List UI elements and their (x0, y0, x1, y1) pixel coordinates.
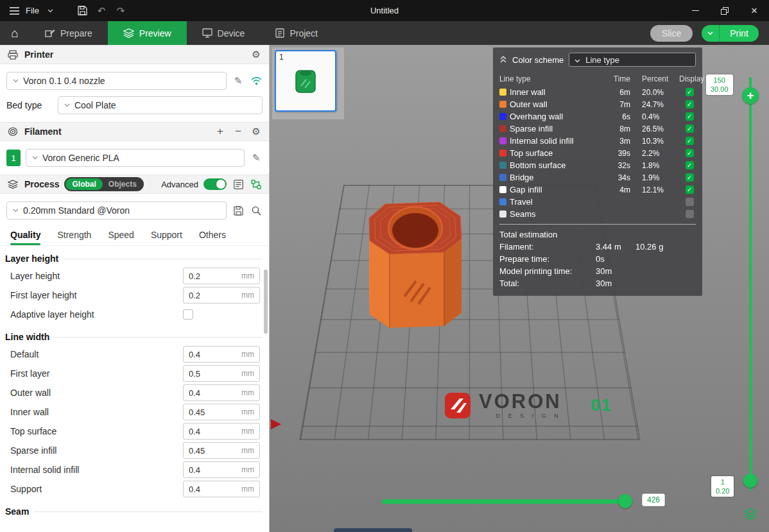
layer-slider-top-handle[interactable]: + (742, 87, 759, 104)
layer-slider-bottom-handle[interactable] (743, 474, 757, 488)
search-icon[interactable] (250, 204, 263, 217)
sidebar-scrollbar[interactable] (264, 270, 268, 334)
display-checkbox[interactable] (686, 185, 694, 194)
home-button[interactable]: ⌂ (0, 21, 30, 45)
sliced-model[interactable] (366, 199, 466, 332)
line-width-support-input[interactable] (184, 485, 241, 494)
file-menu[interactable]: File (26, 6, 39, 15)
save-preset-icon[interactable] (232, 204, 245, 217)
chevron-down-icon (575, 55, 580, 65)
printer-select-value: Voron 0.1 0.4 nozzle (23, 76, 105, 86)
display-checkbox[interactable] (686, 100, 694, 108)
restore-button[interactable] (710, 0, 739, 21)
minimize-button[interactable] (680, 0, 710, 21)
wifi-icon[interactable] (250, 74, 263, 87)
display-checkbox[interactable] (686, 149, 694, 157)
layer-slider-top-value: 150 30.00 (706, 74, 733, 95)
print-button[interactable]: Print (720, 25, 759, 42)
slice-button[interactable]: Slice (650, 25, 693, 42)
tab-preview[interactable]: Preview (108, 21, 187, 45)
layers-view-icon[interactable] (742, 506, 759, 522)
line-width-default-input[interactable] (184, 350, 241, 359)
filament-select[interactable]: Voron Generic PLA (26, 149, 245, 167)
close-button[interactable]: × (739, 0, 769, 21)
process-preset-select[interactable]: 0.20mm Standard @Voron (6, 202, 227, 219)
layer-slider-track[interactable] (749, 77, 752, 491)
display-checkbox[interactable] (686, 210, 694, 218)
printer-settings-gear-icon[interactable]: ⚙ (250, 48, 263, 61)
param-label: Sparse infill (10, 445, 183, 456)
line-width-internal-solid-infill-input[interactable] (184, 465, 241, 475)
parameter-list-icon[interactable] (232, 178, 245, 191)
preview-3d-viewport[interactable]: VORON D E S I G N 01 1 (270, 45, 769, 532)
process-section-header: Process Global Objects Advanced (0, 175, 269, 194)
edit-printer-icon[interactable]: ✎ (232, 74, 245, 87)
color-scheme-value: Line type (585, 55, 619, 65)
param-row: Sparse infill mm (0, 441, 269, 460)
param-label: First layer height (10, 290, 183, 300)
tab-quality[interactable]: Quality (10, 230, 40, 245)
chevron-down-icon[interactable] (44, 4, 57, 17)
unit-label: mm (241, 388, 259, 397)
total-estimation-section: Total estimation Filament: 3.44 m 10.26 … (499, 224, 696, 289)
move-slider-handle[interactable] (618, 494, 632, 508)
plate-thumbnail[interactable]: 1 (275, 50, 336, 112)
printer-select[interactable]: Voron 0.1 0.4 nozzle (6, 72, 227, 90)
add-filament-button[interactable]: + (214, 125, 227, 138)
param-row: Default mm (0, 345, 269, 364)
scope-objects[interactable]: Objects (103, 180, 143, 189)
display-checkbox[interactable] (686, 88, 694, 96)
total-estimation-title: Total estimation (499, 228, 696, 241)
color-scheme-select[interactable]: Line type (569, 53, 696, 67)
first-layer-height-input[interactable] (184, 291, 241, 300)
printer-section-title: Printer (24, 49, 53, 60)
tab-prepare[interactable]: Prepare (30, 21, 108, 45)
move-slider-value: 426 (642, 493, 665, 506)
remove-filament-button[interactable]: − (232, 125, 245, 138)
advanced-toggle[interactable] (203, 178, 227, 190)
tab-speed[interactable]: Speed (108, 230, 134, 245)
layer-height-input[interactable] (184, 271, 241, 281)
legend-row: Overhang wall 6s 0.4% (499, 110, 696, 123)
tab-device[interactable]: Device (187, 21, 261, 45)
display-checkbox[interactable] (686, 198, 694, 206)
tab-others[interactable]: Others (199, 230, 226, 245)
tab-preview-label: Preview (139, 28, 171, 39)
line-width-inner-wall-input[interactable] (184, 408, 241, 417)
param-label: Inner wall (10, 407, 183, 417)
param-row: Outer wall mm (0, 383, 269, 402)
line-width-outer-wall-input[interactable] (184, 388, 241, 398)
display-checkbox[interactable] (686, 124, 694, 133)
collapse-panel-icon[interactable] (499, 55, 507, 65)
tab-project[interactable]: Project (260, 21, 333, 45)
save-icon[interactable] (76, 4, 89, 17)
unit-label: mm (241, 446, 259, 455)
bed-type-label: Bed type (6, 100, 53, 110)
display-checkbox[interactable] (686, 112, 694, 121)
line-width-first-layer-input[interactable] (184, 369, 241, 379)
scope-global[interactable]: Global (65, 178, 102, 190)
compare-presets-icon[interactable] (250, 178, 263, 191)
filament-slot-badge[interactable]: 1 (6, 150, 21, 166)
filament-settings-gear-icon[interactable]: ⚙ (250, 125, 263, 138)
print-dropdown-chevron-icon[interactable] (702, 25, 720, 42)
display-checkbox[interactable] (686, 173, 694, 182)
line-width-sparse-infill-input[interactable] (184, 446, 241, 456)
move-slider-track[interactable] (382, 499, 632, 504)
collapsed-bottom-bar[interactable] (334, 528, 412, 532)
bed-type-select[interactable]: Cool Plate (58, 96, 263, 114)
hamburger-menu-icon[interactable] (8, 4, 21, 17)
tab-support[interactable]: Support (151, 230, 182, 245)
unit-label: mm (241, 369, 259, 378)
display-checkbox[interactable] (686, 137, 694, 145)
edit-filament-icon[interactable]: ✎ (250, 151, 263, 164)
settings-sidebar: Printer ⚙ Voron 0.1 0.4 nozzle ✎ Bed typ (0, 45, 270, 532)
adaptive-layer-height-checkbox[interactable] (183, 309, 193, 320)
line-width-top-surface-input[interactable] (184, 427, 241, 436)
undo-icon[interactable]: ↶ (94, 5, 108, 17)
color-swatch (499, 113, 506, 120)
display-checkbox[interactable] (686, 161, 694, 169)
tab-strength[interactable]: Strength (57, 230, 91, 245)
legend-row: Outer wall 7m 24.7% (499, 98, 696, 110)
redo-icon[interactable]: ↷ (114, 5, 128, 17)
